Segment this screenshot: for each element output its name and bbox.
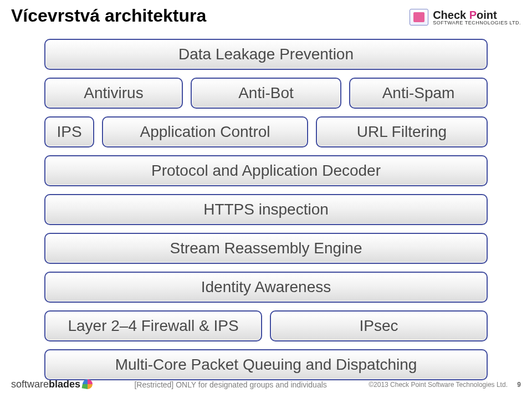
slide-footer: softwareblades [Restricted] ONLY for des… [11,379,521,390]
layer-identity-awareness: Identity Awareness [44,272,488,303]
layer-anti-bot: Anti-Bot [191,78,341,109]
vendor-logo-icon [410,9,428,25]
layer-protocol-decoder: Protocol and Application Decoder [44,155,488,186]
vendor-logo-post: oint [477,9,497,21]
vendor-logo: Check Point SOFTWARE TECHNOLOGIES LTD. [410,9,521,25]
layer-app-control: Application Control [102,116,308,147]
copyright-text: ©2013 Check Point Software Technologies … [369,381,508,389]
layer-stream-reassembly: Stream Reassembly Engine [44,233,488,264]
layer-dlp: Data Leakage Prevention [44,39,488,70]
softwareblades-logo: softwareblades [11,379,93,390]
vendor-logo-accent: P [469,9,477,21]
layer-antivirus: Antivirus [44,78,183,109]
copyright-label: ©2013 Check Point Software Technologies … [369,381,521,389]
restricted-label: [Restricted] ONLY for designated groups … [93,380,369,389]
page-number: 9 [517,381,521,389]
layer-l2-4-firewall: Layer 2–4 Firewall & IPS [44,310,262,341]
vendor-logo-main: Check Point [433,9,521,21]
layer-ips: IPS [44,116,94,147]
page-title: Vícevrstvá architektura [11,6,206,26]
slide-header: Vícevrstvá architektura Check Point SOFT… [11,6,521,26]
vendor-logo-text: Check Point SOFTWARE TECHNOLOGIES LTD. [433,9,521,25]
vendor-logo-sub: SOFTWARE TECHNOLOGIES LTD. [433,21,521,25]
layer-ipsec: IPsec [270,310,488,341]
softwareblades-icon [82,379,94,390]
layer-anti-spam: Anti-Spam [349,78,488,109]
layer-multicore-dispatch: Multi-Core Packet Queuing and Dispatchin… [44,349,488,380]
softwareblades-word-b: blades [49,379,80,390]
architecture-diagram: Data Leakage Prevention Antivirus Anti-B… [44,39,488,388]
softwareblades-word-a: software [11,379,49,390]
vendor-logo-pre: Check [433,9,469,21]
layer-url-filtering: URL Filtering [316,116,488,147]
layer-https-inspection: HTTPS inspection [44,194,488,225]
